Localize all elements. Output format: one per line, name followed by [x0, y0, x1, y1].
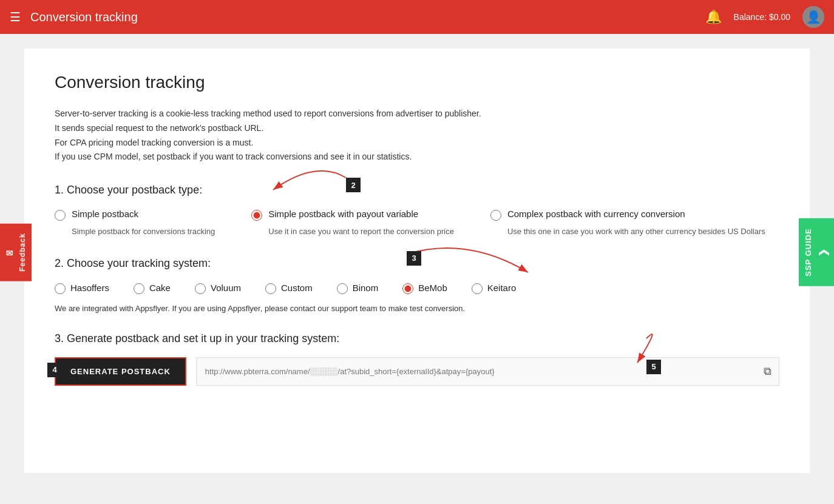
tracking-voluum[interactable]: Voluum: [195, 282, 241, 294]
tracking-radio-keitaro[interactable]: [472, 283, 483, 294]
page-title: Conversion tracking: [55, 73, 779, 92]
postback-type-options: Simple postback Simple postback for conv…: [55, 209, 779, 238]
header-title: Conversion tracking: [30, 10, 138, 24]
tracking-label-hasoffers: Hasoffers: [70, 283, 109, 293]
tracking-label-bemob: BeMob: [418, 283, 447, 293]
main-content: Conversion tracking Server-to-server tra…: [24, 49, 810, 473]
section-2: 2. Choose your tracking system: 3 Hasoff…: [55, 257, 779, 313]
postback-radio-simple[interactable]: [55, 210, 66, 221]
feedback-label: Feedback: [18, 233, 27, 271]
copy-icon[interactable]: ⧉: [756, 358, 779, 385]
header: ☰ Conversion tracking 🔔 Balance: $0.00 👤: [0, 0, 834, 34]
step-badge-4: 4: [47, 363, 62, 377]
postback-url-container: ⧉: [196, 357, 779, 386]
postback-desc-simple: Simple postback for conversions tracking: [72, 226, 215, 238]
tracking-radio-cake[interactable]: [134, 283, 144, 294]
header-right: 🔔 Balance: $0.00 👤: [705, 6, 824, 28]
tracking-radio-binom[interactable]: [337, 283, 348, 294]
avatar[interactable]: 👤: [802, 6, 824, 28]
tracking-label-custom: Custom: [281, 283, 313, 293]
desc-line-1: Server-to-server tracking is a cookie-le…: [55, 107, 779, 121]
desc-line-3: For CPA pricing model tracking conversio…: [55, 136, 779, 150]
tracking-label-binom: Binom: [353, 283, 379, 293]
tracking-label-voluum: Voluum: [211, 283, 241, 293]
tracking-label-keitaro: Keitaro: [487, 283, 517, 293]
postback-url-input[interactable]: [197, 360, 756, 383]
feedback-tab[interactable]: ✉ Feedback: [0, 223, 32, 281]
tracking-radio-custom[interactable]: [265, 283, 276, 294]
ssp-chevron-icon: ❯: [818, 248, 829, 257]
tracking-label-cake: Cake: [149, 283, 171, 293]
postback-label-simple: Simple postback: [72, 209, 138, 219]
postback-option-payout: Simple postback with payout variable Use…: [251, 209, 454, 238]
tracking-radio-hasoffers[interactable]: [55, 283, 66, 294]
ssp-guide-tab[interactable]: SSP GUIDE ❯: [799, 218, 834, 286]
desc-line-2: It sends special request to the network'…: [55, 121, 779, 136]
section-1: 1. Choose your postback type: 2: [55, 184, 779, 238]
balance-display: Balance: $0.00: [734, 12, 790, 22]
postback-desc-payout: Use it in case you want to report the co…: [268, 226, 454, 238]
step-badge-3: 3: [407, 251, 421, 266]
description: Server-to-server tracking is a cookie-le…: [55, 107, 779, 164]
postback-desc-complex: Use this one in case you work with any o…: [507, 226, 765, 238]
step-badge-5: 5: [646, 360, 661, 374]
desc-line-4: If you use CPM model, set postback if yo…: [55, 150, 779, 164]
tracking-keitaro[interactable]: Keitaro: [472, 282, 517, 294]
tracking-hasoffers[interactable]: Hasoffers: [55, 282, 109, 294]
tracking-custom[interactable]: Custom: [265, 282, 313, 294]
generate-postback-button[interactable]: GENERATE POSTBACK: [55, 357, 186, 386]
section-3-heading: 3. Generate postback and set it up in yo…: [55, 332, 779, 345]
menu-icon[interactable]: ☰: [10, 10, 21, 24]
postback-row: GENERATE POSTBACK ⧉: [55, 357, 779, 386]
tracking-binom[interactable]: Binom: [337, 282, 379, 294]
ssp-guide-label: SSP GUIDE: [804, 228, 813, 277]
postback-radio-complex[interactable]: [490, 210, 501, 221]
section-1-heading: 1. Choose your postback type:: [55, 184, 779, 197]
tracking-cake[interactable]: Cake: [134, 282, 171, 294]
postback-option-complex: Complex postback with currency conversio…: [490, 209, 765, 238]
postback-label-complex: Complex postback with currency conversio…: [507, 209, 685, 219]
tracking-radio-bemob[interactable]: [402, 283, 413, 294]
section-3: 3. Generate postback and set it up in yo…: [55, 332, 779, 386]
postback-option-simple: Simple postback Simple postback for conv…: [55, 209, 215, 238]
tracking-system-options: Hasoffers Cake Voluum Custom Binom: [55, 282, 779, 294]
tracking-radio-voluum[interactable]: [195, 283, 206, 294]
appsflyer-note: We are integrated with Appsflyer. If you…: [55, 304, 779, 313]
step-badge-2: 2: [346, 178, 361, 192]
postback-label-payout: Simple postback with payout variable: [268, 209, 418, 219]
bell-icon[interactable]: 🔔: [705, 9, 722, 25]
postback-radio-payout[interactable]: [251, 210, 262, 221]
tracking-bemob[interactable]: BeMob: [402, 282, 447, 294]
feedback-icon: ✉: [5, 247, 15, 257]
